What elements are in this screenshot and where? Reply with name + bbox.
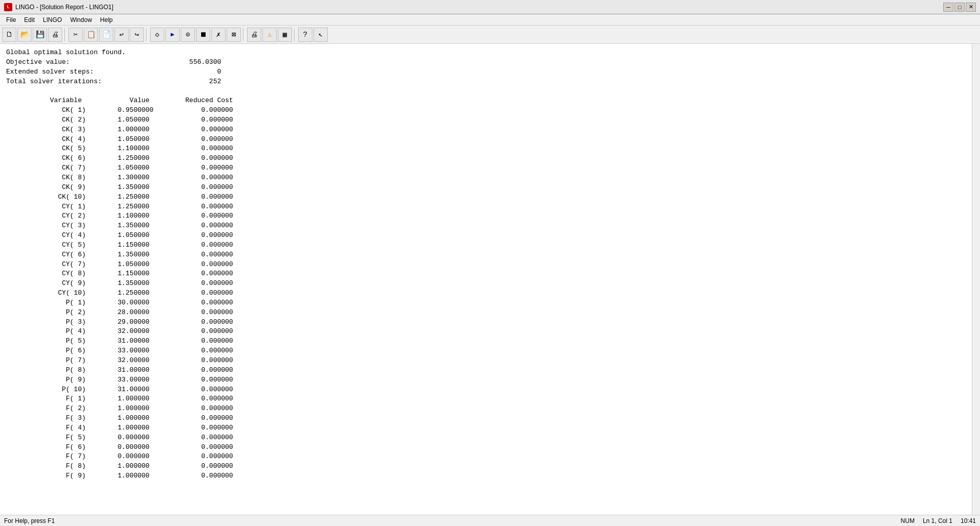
app-icon-letter: L: [7, 5, 9, 10]
solution-content: Global optimal solution found. Objective…: [6, 48, 966, 481]
tb-sep2: [146, 28, 148, 41]
toolbar-paste[interactable]: 📄: [99, 28, 113, 42]
toolbar-new[interactable]: 🗋: [2, 28, 16, 42]
toolbar-stop[interactable]: ⏹: [196, 28, 210, 42]
help-text: For Help, press F1: [4, 517, 55, 524]
toolbar-open[interactable]: 📂: [17, 28, 32, 42]
tb-sep1: [64, 28, 66, 41]
menu-item-window[interactable]: Window: [66, 15, 96, 25]
title-bar-left: L LINGO - [Solution Report - LINGO1]: [4, 3, 113, 11]
menu-bar: FileEditLINGOWindowHelp: [0, 14, 980, 26]
window-title: LINGO - [Solution Report - LINGO1]: [15, 4, 113, 11]
toolbar-cut[interactable]: ✂: [68, 28, 83, 42]
toolbar-warn[interactable]: ⚠: [262, 28, 277, 42]
menu-item-file[interactable]: File: [2, 15, 20, 25]
toolbar-solve[interactable]: ▶: [165, 28, 180, 42]
toolbar-table[interactable]: ▦: [278, 28, 292, 42]
maximize-button[interactable]: □: [954, 3, 965, 12]
toolbar-copy[interactable]: 📋: [84, 28, 98, 42]
minimize-button[interactable]: ─: [943, 3, 953, 12]
close-button[interactable]: ✕: [966, 3, 976, 12]
title-bar-controls: ─ □ ✕: [943, 3, 976, 12]
num-indicator: NUM: [901, 517, 915, 524]
toolbar-print2[interactable]: 🖨: [247, 28, 261, 42]
toolbar-circle[interactable]: ⊙: [181, 28, 195, 42]
time-display: 10:41: [961, 517, 976, 524]
content-area: Global optimal solution found. Objective…: [0, 44, 980, 515]
toolbar-arrow[interactable]: ↖: [313, 28, 328, 42]
toolbar-cancel[interactable]: ✗: [211, 28, 226, 42]
status-bar: For Help, press F1 NUM Ln 1, Col 1 10:41: [0, 515, 980, 526]
toolbar-print[interactable]: 🖨: [48, 28, 62, 42]
toolbar-x[interactable]: ⊠: [227, 28, 241, 42]
menu-item-help[interactable]: Help: [96, 15, 117, 25]
tb-sep3: [243, 28, 245, 41]
app-icon: L: [4, 3, 12, 11]
title-bar: L LINGO - [Solution Report - LINGO1] ─ □…: [0, 0, 980, 14]
cursor-position: Ln 1, Col 1: [923, 517, 952, 524]
status-right: NUM Ln 1, Col 1 10:41: [901, 517, 976, 524]
toolbar-compile[interactable]: ◇: [150, 28, 164, 42]
vertical-scrollbar[interactable]: [972, 44, 980, 515]
toolbar-save[interactable]: 💾: [33, 28, 47, 42]
menu-item-lingo[interactable]: LINGO: [39, 15, 66, 25]
toolbar-help[interactable]: ?: [298, 28, 312, 42]
tb-sep4: [294, 28, 296, 41]
solution-report[interactable]: Global optimal solution found. Objective…: [0, 44, 972, 515]
toolbar: 🗋 📂 💾 🖨 ✂ 📋 📄 ↩ ↪ ◇ ▶ ⊙ ⏹ ✗ ⊠ 🖨 ⚠ ▦ ? ↖: [0, 26, 980, 44]
toolbar-redo[interactable]: ↪: [130, 28, 144, 42]
menu-item-edit[interactable]: Edit: [20, 15, 39, 25]
toolbar-undo[interactable]: ↩: [114, 28, 129, 42]
